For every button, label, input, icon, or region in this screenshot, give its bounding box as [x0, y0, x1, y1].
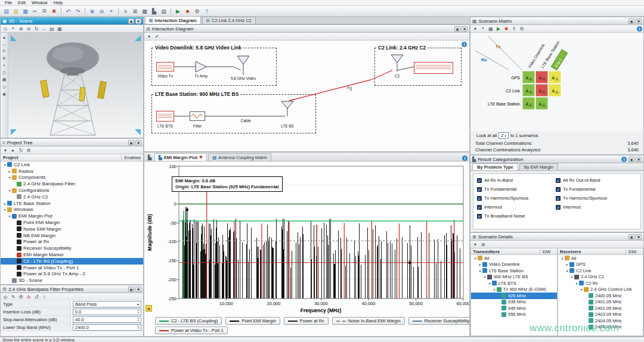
receivers-tree-item[interactable]: ▾C2 Rx	[558, 280, 643, 287]
project-tree-item[interactable]: C2 - LTE BS (Coupling)	[1, 258, 143, 265]
filter-properties-titlebar[interactable]: ⚙ 2.4 GHz Bandpass Filter Properties ▣✖	[1, 285, 143, 293]
menu-window[interactable]: Window	[29, 0, 51, 5]
properties-help-icon[interactable]: ?	[41, 294, 48, 300]
expand-icon[interactable]: ▸	[7, 169, 12, 173]
matrix-cell-r0c2[interactable]	[549, 71, 561, 83]
toolbar-copy-icon[interactable]: ⧉	[40, 7, 49, 15]
details-collapse-icon[interactable]: ▾	[472, 241, 479, 248]
filter-checkbox-row[interactable]: ✓Tx Harmonic/Spurious	[477, 194, 528, 203]
properties-revert-icon[interactable]: ↺	[33, 294, 40, 300]
categorization-help-icon[interactable]: i	[621, 157, 627, 162]
project-tree-item[interactable]: Power at 5.8 GHz Tx Amp - 2	[1, 271, 143, 278]
checkbox-checked-icon[interactable]: ✓	[477, 178, 482, 183]
float-icon[interactable]: ▣	[628, 234, 634, 240]
legend-chip[interactable]: Receiver Susceptibility	[408, 317, 470, 325]
toolbar-delete-icon[interactable]: ✖	[49, 7, 58, 15]
diagram-dropdown-icon[interactable]: ▾	[145, 33, 153, 40]
project-tree-item[interactable]: Power at Rx	[1, 239, 143, 245]
menu-help[interactable]: Help	[51, 0, 66, 5]
filter-checkbox-row[interactable]: ✓Tx Broadband Noise	[477, 212, 528, 220]
transmitters-tree-item[interactable]: 925 MHz	[471, 293, 557, 299]
checkbox-checked-icon[interactable]: ✓	[556, 178, 561, 183]
transmitters-tree-item[interactable]: 955 MHz	[471, 312, 557, 318]
filter-component[interactable]	[190, 111, 205, 121]
matrix-cell-r1c2[interactable]	[549, 84, 561, 97]
matrix-cell-r2c0[interactable]	[522, 97, 535, 110]
checkbox-checked-icon[interactable]: ✓	[477, 205, 482, 210]
toolbar-project-tree-icon[interactable]: ≡	[121, 7, 130, 15]
video-tx-component[interactable]	[156, 62, 174, 71]
matrix-help-icon[interactable]: i	[637, 26, 642, 32]
plot-tab-emi-margin-plot[interactable]: ▙EMI Margin Plot✖	[154, 153, 207, 161]
project-tree-item[interactable]: ▸Radios	[1, 168, 143, 175]
scene-tool-orbit-icon[interactable]: ↻	[1, 48, 8, 54]
transmitters-tree-item[interactable]: 945 MHz	[471, 305, 557, 312]
toolbar-zoom-fit-icon[interactable]: ⌖	[107, 7, 116, 15]
transmitters-tree-item[interactable]: ▾Tx 900 MHz (E-GSM)	[471, 287, 557, 293]
toolbar-save-icon[interactable]: ▦	[21, 7, 30, 15]
checkbox-checked-icon[interactable]: ✓	[556, 205, 561, 210]
collapse-icon[interactable]: ▾	[574, 281, 579, 285]
doc-tab-c2-link[interactable]: ⊞C2 Link 2.4 GHz C2	[202, 17, 256, 24]
property-input[interactable]: 0.0▴▾	[73, 309, 141, 315]
project-tree-titlebar[interactable]: ≡ Project Tree ▣✖	[1, 139, 143, 147]
close-icon[interactable]: ✖	[462, 26, 467, 32]
scene-rotate-icon[interactable]: ↻	[33, 26, 40, 32]
scene-tool-select-icon[interactable]: ▲	[1, 34, 8, 40]
scene-wireframe-icon[interactable]: ▤	[48, 26, 55, 32]
scene-tool-light-icon[interactable]: ◉	[1, 91, 8, 97]
matrix-settings-icon[interactable]: ⚙	[518, 26, 525, 32]
project-tree-item[interactable]: Power at Video Tx - Port 1	[1, 265, 143, 271]
receivers-tree-item[interactable]: ▾2.4 GHz Control Link	[558, 287, 643, 293]
scene-tool-top-view-icon[interactable]: ▦	[1, 77, 8, 83]
spinner-icon[interactable]: ▴▾	[138, 309, 139, 314]
spinner-icon[interactable]: ▴▾	[138, 325, 139, 329]
scene-shaded-icon[interactable]: ▦	[56, 26, 63, 32]
filter-checkbox-row[interactable]: ✓Intermod	[556, 203, 607, 212]
project-tree-item[interactable]: ▾EMI Margin Plot	[1, 213, 143, 219]
toolbar-open-icon[interactable]: ▥	[11, 7, 20, 15]
collapse-icon[interactable]: ▾	[560, 256, 565, 260]
doc-tab-interaction-diagram[interactable]: ⊞Interaction Diagram	[145, 16, 201, 24]
toolbar-undo-icon[interactable]: ↶	[64, 7, 73, 15]
receivers-tree-item[interactable]: ▾2.4 GHz C2	[558, 274, 643, 281]
c2-control-link-component[interactable]	[414, 62, 453, 74]
categorization-tab-by-problem-type[interactable]: By Problem Type	[472, 163, 518, 170]
close-icon[interactable]: ✖	[636, 234, 642, 240]
filter-checkbox-row[interactable]: ✓Tx Fundamental	[477, 185, 528, 194]
receivers-tree-item[interactable]: 2401.05 MHz	[558, 299, 643, 306]
scenario-count-select[interactable]: 2 ▾	[499, 132, 509, 139]
categorization-tab-by-emi-margin[interactable]: By EMI Margin	[519, 163, 558, 170]
receivers-tree-item[interactable]: ▸GPS	[558, 262, 643, 268]
filter-checkbox-row[interactable]: ✓Tx Harmonic/Spurious	[556, 194, 607, 203]
project-tree-item[interactable]: Receiver Susceptibility	[1, 245, 143, 251]
matrix-cell-r1c1[interactable]	[535, 84, 548, 97]
matrix-cell-r2c1[interactable]	[535, 97, 548, 110]
scenario-matrix-grid[interactable]: TxRxVideo DownlinkLTE Base Station2 to 1…	[470, 33, 643, 131]
legend-chip[interactable]: Point EMI Margin	[225, 317, 280, 325]
type-select[interactable]: Band Pass▾	[73, 301, 141, 307]
menu-file[interactable]: File	[2, 0, 15, 5]
project-tree-item[interactable]: ▾Components	[1, 175, 143, 181]
project-tree-item[interactable]: ▾Windows	[1, 207, 143, 213]
collapse-icon[interactable]: ▾	[7, 188, 12, 192]
toolbar-result-table-icon[interactable]: ▤	[159, 7, 168, 15]
toolbar-result-plot-icon[interactable]: ▙	[150, 7, 159, 15]
scene-viewport[interactable]	[8, 33, 143, 138]
scene-tool-zoom-icon[interactable]: ⊕	[1, 55, 8, 61]
receivers-tree-item[interactable]: 2402.05 MHz	[558, 305, 643, 312]
project-tree-collapse-all-icon[interactable]: ▾	[2, 147, 9, 154]
spin-down-icon[interactable]: ▾	[138, 327, 139, 329]
collapse-icon[interactable]: ▾	[492, 287, 497, 291]
scene-tool-fit-icon[interactable]: ⌖	[1, 63, 8, 69]
collapse-icon[interactable]: ▾	[565, 269, 569, 273]
matrix-collapse-icon[interactable]: ▾	[472, 26, 479, 32]
scene-view-orient-icon[interactable]: ◇	[2, 26, 9, 32]
project-tree-expand-all-icon[interactable]: ▸	[10, 147, 17, 154]
plot-tab-antenna-coupling-matrix[interactable]: ▦Antenna Coupling Matrix	[208, 153, 271, 161]
project-tree-item[interactable]: NB EMI Margin	[1, 232, 143, 239]
expand-icon[interactable]: ▸	[565, 262, 569, 266]
emi-margin-annotation[interactable]: EMI Margin: 0.6 dB Origin: LTE Base Stat…	[172, 176, 283, 192]
collapse-icon[interactable]: ▾	[473, 256, 478, 260]
spinner-icon[interactable]: ▴▾	[138, 317, 139, 322]
